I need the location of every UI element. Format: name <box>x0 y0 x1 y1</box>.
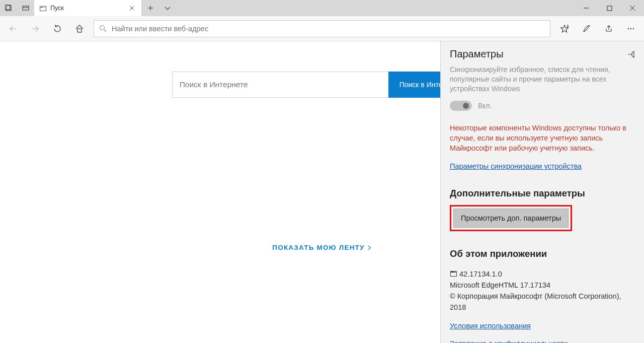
arrow-left-icon <box>9 24 18 33</box>
sync-description: Синхронизируйте избранное, список для чт… <box>450 65 635 94</box>
feed-row: ПОКАЗАТЬ МОЮ ЛЕНТУ <box>272 244 371 251</box>
svg-point-29 <box>633 28 634 29</box>
back-button[interactable] <box>2 18 24 40</box>
svg-point-28 <box>630 28 631 29</box>
advanced-settings-header: Дополнительные параметры <box>450 188 635 199</box>
new-tab-button[interactable] <box>142 0 159 16</box>
more-button[interactable] <box>620 18 642 40</box>
svg-rect-5 <box>41 7 42 8</box>
plus-icon <box>147 5 154 12</box>
share-button[interactable] <box>598 18 620 40</box>
tab-close-button[interactable] <box>127 4 136 13</box>
show-feed-link[interactable]: ПОКАЗАТЬ МОЮ ЛЕНТУ <box>272 244 371 251</box>
maximize-button[interactable] <box>598 0 621 16</box>
web-search-row: Поиск в Интернете <box>172 72 472 98</box>
address-input[interactable] <box>112 25 545 33</box>
toolbar-right <box>553 18 642 40</box>
svg-line-21 <box>104 30 106 32</box>
pin-pane-button[interactable] <box>627 50 635 58</box>
show-tabs-button[interactable] <box>17 0 34 16</box>
sync-toggle[interactable] <box>450 101 472 111</box>
close-window-button[interactable] <box>621 0 644 16</box>
svg-point-27 <box>628 28 629 29</box>
search-icon <box>99 25 107 32</box>
settings-pane-body: Синхронизируйте избранное, список для чт… <box>441 64 644 343</box>
refresh-button[interactable] <box>46 18 68 40</box>
pin-icon <box>627 50 635 58</box>
svg-rect-6 <box>43 7 43 8</box>
about-header: Об этом приложении <box>450 248 635 259</box>
tab-title: Пуск <box>50 5 123 12</box>
forward-button[interactable] <box>24 18 46 40</box>
titlebar: Пуск <box>0 0 644 16</box>
svg-rect-19 <box>77 29 82 32</box>
highlight-box: Просмотреть доп. параметры <box>450 205 572 231</box>
close-icon <box>629 5 635 11</box>
page-body: Поиск в Интернете ПОКАЗАТЬ МОЮ ЛЕНТУ Пар… <box>0 41 644 343</box>
arrow-right-icon <box>31 24 40 33</box>
svg-rect-7 <box>44 7 44 8</box>
home-button[interactable] <box>68 18 91 40</box>
star-icon <box>560 24 569 33</box>
refresh-icon <box>53 24 62 33</box>
sync-toggle-label: Вкл. <box>478 102 492 110</box>
titlebar-left: Пуск <box>0 0 176 16</box>
svg-rect-2 <box>23 6 29 10</box>
svg-rect-14 <box>607 6 612 11</box>
about-engine: Microsoft EdgeHTML 17.17134 <box>450 280 635 291</box>
sync-toggle-row: Вкл. <box>450 101 635 111</box>
titlebar-spacer <box>176 0 575 16</box>
account-warning: Некоторые компоненты Windows доступны то… <box>450 123 635 153</box>
settings-pane: Параметры Синхронизируйте избранное, спи… <box>440 41 644 343</box>
share-icon <box>604 24 613 33</box>
chevron-down-icon <box>164 5 171 12</box>
minimize-button[interactable] <box>575 0 598 16</box>
svg-point-20 <box>100 26 105 30</box>
show-tabs-icon <box>22 5 29 12</box>
tabs-aside-icon <box>5 5 12 12</box>
view-advanced-settings-button[interactable]: Просмотреть доп. параметры <box>453 209 569 228</box>
about-version: 🗔 42.17134.1.0 <box>450 268 635 280</box>
svg-rect-4 <box>40 6 46 11</box>
close-icon <box>129 6 134 11</box>
svg-rect-8 <box>45 7 45 8</box>
pen-icon <box>582 24 591 33</box>
home-icon <box>75 24 84 33</box>
web-search-input[interactable] <box>172 72 388 98</box>
favorites-button[interactable] <box>553 18 576 40</box>
terms-link[interactable]: Условия использования <box>450 322 531 330</box>
browser-tab[interactable]: Пуск <box>34 0 142 16</box>
tabs-aside-button[interactable] <box>0 0 17 16</box>
sync-settings-link[interactable]: Параметры синхронизации устройства <box>450 162 582 170</box>
about-copyright: © Корпорация Майкрософт (Microsoft Corpo… <box>450 291 635 313</box>
more-icon <box>626 24 635 33</box>
chevron-right-icon <box>367 245 372 250</box>
notes-button[interactable] <box>576 18 598 40</box>
minimize-icon <box>583 5 589 11</box>
about-block: 🗔 42.17134.1.0 Microsoft EdgeHTML 17.171… <box>450 268 635 313</box>
toolbar <box>0 16 644 41</box>
settings-pane-header: Параметры <box>441 41 644 64</box>
tab-actions-button[interactable] <box>159 0 176 16</box>
toggle-knob <box>463 103 469 109</box>
address-bar[interactable] <box>94 20 550 37</box>
settings-title: Параметры <box>450 48 504 60</box>
window-controls <box>575 0 644 16</box>
privacy-link[interactable]: Заявление о конфиденциальности <box>450 339 568 343</box>
maximize-icon <box>607 6 612 11</box>
show-feed-label: ПОКАЗАТЬ МОЮ ЛЕНТУ <box>272 244 364 251</box>
tab-favicon <box>39 5 46 12</box>
